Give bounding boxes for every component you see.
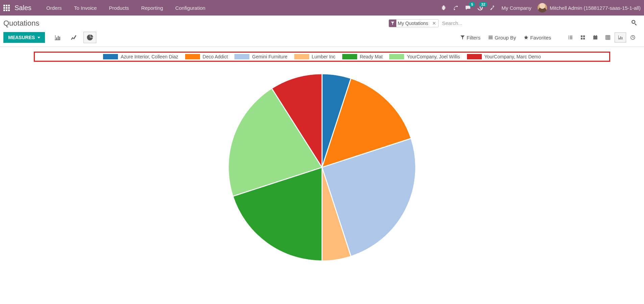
view-list[interactable] <box>565 32 576 43</box>
legend-item[interactable]: Azure Interior, Colleen Diaz <box>103 54 178 59</box>
favorites-label: Favorites <box>530 35 551 40</box>
navbar-right: 5 32 My Company Mitchell Admin (15881277… <box>441 3 641 12</box>
legend-label: Ready Mat <box>360 54 383 59</box>
toolbar: MEASURES Filters Group By Favorites <box>0 28 644 47</box>
filter-icon <box>389 20 396 27</box>
company-selector[interactable]: My Company <box>501 5 531 11</box>
view-switcher <box>565 32 639 43</box>
legend-label: Gemini Furniture <box>252 54 287 59</box>
title-search-row: Quotations My Quotations ✕ <box>0 16 644 28</box>
legend-item[interactable]: Deco Addict <box>185 54 228 59</box>
apps-icon[interactable] <box>3 5 10 11</box>
group-by-label: Group By <box>495 35 516 40</box>
chart-area: Azure Interior, Colleen DiazDeco AddictG… <box>0 47 644 275</box>
measures-button[interactable]: MEASURES <box>3 32 45 43</box>
searchbox: My Quotations ✕ <box>389 18 639 28</box>
legend-label: Azure Interior, Colleen Diaz <box>121 54 178 59</box>
favorites-button[interactable]: Favorites <box>524 35 551 40</box>
search-button[interactable] <box>630 18 639 28</box>
chart-type-bar[interactable] <box>51 32 64 43</box>
legend-swatch <box>467 54 482 59</box>
legend-item[interactable]: Ready Mat <box>342 54 383 59</box>
legend-swatch <box>389 54 404 59</box>
bug-icon[interactable] <box>441 5 447 11</box>
legend-swatch <box>234 54 249 59</box>
measures-label: MEASURES <box>8 35 35 40</box>
search-input[interactable] <box>441 19 630 27</box>
activity-badge: 32 <box>479 2 487 7</box>
activity-icon[interactable]: 32 <box>477 5 483 11</box>
view-kanban[interactable] <box>577 32 589 43</box>
caret-down-icon <box>38 37 40 38</box>
phone-icon[interactable] <box>453 5 459 11</box>
legend-swatch <box>185 54 200 59</box>
nav-reporting[interactable]: Reporting <box>135 1 169 15</box>
legend-label: YourCompany, Joel Willis <box>407 54 460 59</box>
view-pivot[interactable] <box>602 32 614 43</box>
messages-icon[interactable]: 5 <box>465 5 471 11</box>
page-title: Quotations <box>3 19 39 28</box>
legend-item[interactable]: YourCompany, Marc Demo <box>467 54 541 59</box>
nav-to-invoice[interactable]: To Invoice <box>68 1 103 15</box>
legend-item[interactable]: Gemini Furniture <box>234 54 287 59</box>
view-activity[interactable] <box>627 32 639 43</box>
legend-label: Lumber Inc <box>312 54 336 59</box>
legend-swatch <box>294 54 309 59</box>
user-label: Mitchell Admin (15881277-saas-15-1-all) <box>550 5 641 11</box>
view-calendar[interactable] <box>590 32 601 43</box>
chart-legend: Azure Interior, Colleen DiazDeco AddictG… <box>34 52 610 62</box>
navbar: Sales Orders To Invoice Products Reporti… <box>0 0 644 16</box>
messages-badge: 5 <box>469 2 475 7</box>
filter-chip-label: My Quotations <box>396 20 430 27</box>
legend-swatch <box>103 54 118 59</box>
search-options: Filters Group By Favorites <box>461 35 551 40</box>
chart-type-group <box>51 32 96 43</box>
filters-label: Filters <box>467 35 480 40</box>
nav-configuration[interactable]: Configuration <box>169 1 212 15</box>
brand-title[interactable]: Sales <box>15 4 31 12</box>
nav-links: Orders To Invoice Products Reporting Con… <box>40 1 212 15</box>
chart-type-pie[interactable] <box>83 32 96 43</box>
filter-chip-remove[interactable]: ✕ <box>430 21 438 26</box>
nav-products[interactable]: Products <box>103 1 135 15</box>
legend-item[interactable]: Lumber Inc <box>294 54 336 59</box>
user-menu[interactable]: Mitchell Admin (15881277-saas-15-1-all) <box>538 3 641 12</box>
legend-label: Deco Addict <box>203 54 228 59</box>
legend-swatch <box>342 54 357 59</box>
filters-button[interactable]: Filters <box>461 35 480 40</box>
pie-chart <box>219 64 425 270</box>
legend-label: YourCompany, Marc Demo <box>485 54 541 59</box>
filter-chip-my-quotations[interactable]: My Quotations ✕ <box>389 19 439 27</box>
nav-orders[interactable]: Orders <box>40 1 68 15</box>
tools-icon[interactable] <box>489 5 495 11</box>
avatar <box>538 3 547 12</box>
view-graph[interactable] <box>615 32 626 43</box>
legend-item[interactable]: YourCompany, Joel Willis <box>389 54 460 59</box>
chart-type-line[interactable] <box>67 32 80 43</box>
group-by-button[interactable]: Group By <box>489 35 516 40</box>
